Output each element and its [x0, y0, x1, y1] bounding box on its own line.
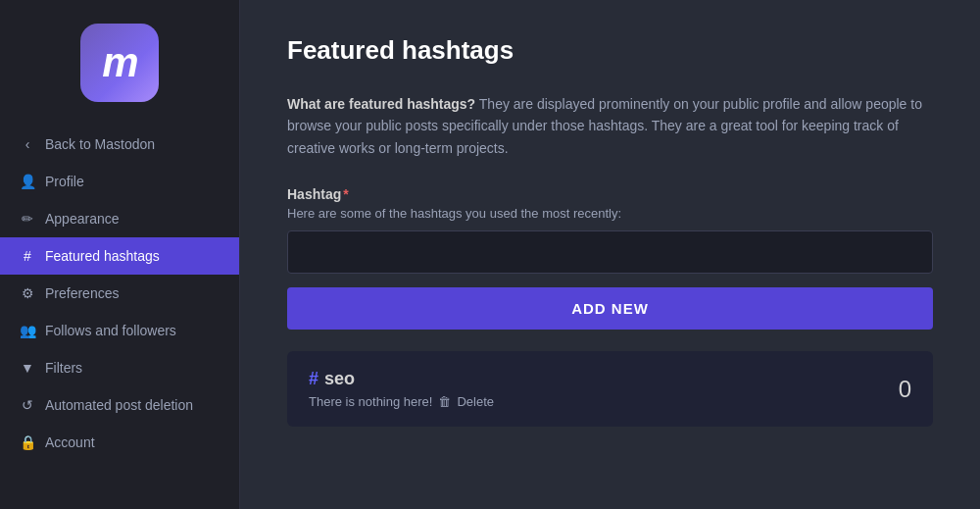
- sidebar-item-profile[interactable]: 👤 Profile: [0, 163, 239, 200]
- description-label: What are featured hashtags?: [287, 96, 475, 112]
- sidebar-item-preferences[interactable]: ⚙ Preferences: [0, 275, 239, 312]
- filter-icon: ▼: [20, 360, 35, 376]
- nothing-text: There is nothing here!: [309, 394, 432, 409]
- sidebar-item-follows-followers[interactable]: 👥 Follows and followers: [0, 312, 239, 349]
- sidebar-profile-label: Profile: [45, 174, 84, 189]
- sidebar-preferences-label: Preferences: [45, 285, 119, 301]
- sidebar-follows-label: Follows and followers: [45, 323, 176, 338]
- form-label: Hashtag*: [287, 186, 933, 202]
- hash-icon: #: [20, 248, 35, 264]
- hashtag-count: 0: [899, 376, 911, 403]
- form-hint: Here are some of the hashtags you used t…: [287, 206, 933, 221]
- people-icon: 👥: [20, 323, 35, 338]
- hashtag-card: # seo There is nothing here! 🗑 Delete 0: [287, 351, 933, 427]
- sidebar-automated-label: Automated post deletion: [45, 397, 193, 413]
- gear-icon: ⚙: [20, 285, 35, 301]
- history-icon: ↺: [20, 397, 35, 413]
- sidebar-item-back[interactable]: ‹ Back to Mastodon: [0, 126, 239, 163]
- delete-link[interactable]: Delete: [457, 394, 494, 409]
- required-indicator: *: [343, 186, 348, 202]
- lock-icon: 🔒: [20, 434, 35, 450]
- sidebar-item-account[interactable]: 🔒 Account: [0, 424, 239, 461]
- brush-icon: ✏: [20, 211, 35, 227]
- description-box: What are featured hashtags? They are dis…: [287, 93, 933, 159]
- hashtag-label: Hashtag: [287, 186, 341, 202]
- trash-icon: 🗑: [438, 394, 451, 409]
- logo-letter: m: [102, 42, 136, 83]
- hashtag-value: seo: [324, 369, 355, 389]
- hashtag-form: Hashtag* Here are some of the hashtags y…: [287, 186, 933, 330]
- page-title: Featured hashtags: [287, 35, 933, 66]
- sidebar-featured-hashtags-label: Featured hashtags: [45, 248, 160, 264]
- sidebar-account-label: Account: [45, 434, 95, 450]
- sidebar-item-featured-hashtags[interactable]: # Featured hashtags: [0, 237, 239, 275]
- hashtag-input[interactable]: [287, 230, 933, 274]
- hashtag-nothing-row: There is nothing here! 🗑 Delete: [309, 394, 494, 409]
- hashtag-symbol: #: [309, 369, 318, 389]
- hashtag-name: # seo: [309, 369, 494, 389]
- hashtag-card-left: # seo There is nothing here! 🗑 Delete: [309, 369, 494, 409]
- add-new-button[interactable]: ADD NEW: [287, 287, 933, 330]
- chevron-left-icon: ‹: [20, 136, 35, 152]
- sidebar-nav: ‹ Back to Mastodon 👤 Profile ✏ Appearanc…: [0, 126, 239, 461]
- main-content: Featured hashtags What are featured hash…: [240, 0, 980, 509]
- sidebar: m ‹ Back to Mastodon 👤 Profile ✏ Appeara…: [0, 0, 240, 509]
- sidebar-filters-label: Filters: [45, 360, 82, 376]
- sidebar-back-label: Back to Mastodon: [45, 136, 155, 152]
- sidebar-item-filters[interactable]: ▼ Filters: [0, 349, 239, 386]
- person-icon: 👤: [20, 174, 35, 189]
- sidebar-appearance-label: Appearance: [45, 211, 120, 227]
- sidebar-item-appearance[interactable]: ✏ Appearance: [0, 200, 239, 237]
- sidebar-item-automated-post[interactable]: ↺ Automated post deletion: [0, 386, 239, 424]
- logo: m: [80, 24, 159, 102]
